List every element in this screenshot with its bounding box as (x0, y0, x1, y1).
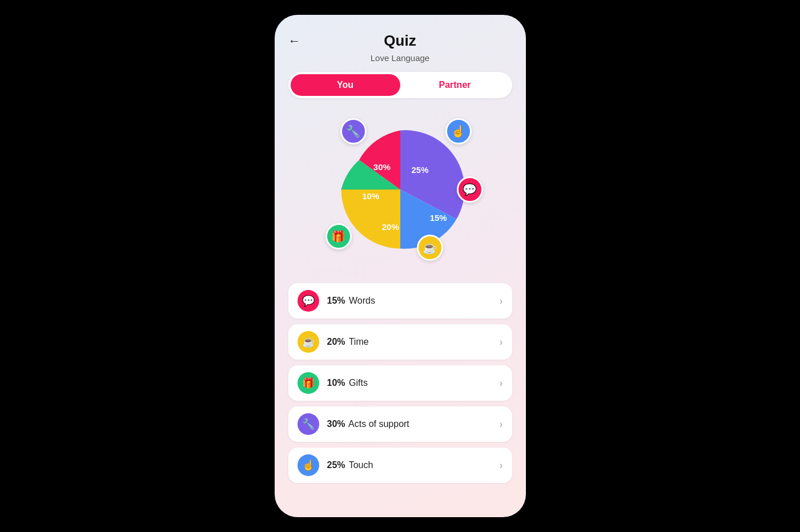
legend-item-gifts[interactable]: 🎁 10% Gifts › (288, 365, 512, 401)
phone-screen: ← Quiz Love Language You Partner (275, 15, 526, 517)
badge-gifts: 🎁 (325, 223, 352, 249)
legend-icon-words: 💬 (298, 290, 319, 312)
badge-words: 💬 (457, 176, 483, 203)
chart-area: 25% 15% 20% 10% 30% 🔧 ☝️ 💬 ☕ 🎁 (288, 110, 512, 269)
tab-partner[interactable]: Partner (400, 74, 510, 96)
legend-item-acts[interactable]: 🔧 30% Acts of support › (288, 406, 512, 442)
badge-acts: 🔧 (340, 118, 367, 144)
badge-touch: ☝️ (445, 118, 472, 144)
legend-label-time: 20% Time (327, 337, 500, 347)
chevron-time: › (500, 336, 503, 348)
badge-time: ☕ (417, 235, 443, 261)
tab-you[interactable]: You (291, 74, 400, 96)
label-words: 15% (429, 213, 447, 223)
legend-item-words[interactable]: 💬 15% Words › (288, 283, 512, 319)
page-title: Quiz (384, 32, 416, 50)
label-acts: 30% (373, 162, 390, 172)
label-gifts: 10% (362, 191, 379, 201)
chevron-words: › (500, 295, 503, 307)
legend-item-touch[interactable]: ☝️ 25% Touch › (288, 448, 512, 483)
legend-label-acts: 30% Acts of support (327, 419, 500, 429)
chevron-gifts: › (500, 377, 503, 389)
pie-chart: 25% 15% 20% 10% 30% 🔧 ☝️ 💬 ☕ 🎁 (335, 124, 466, 255)
legend-icon-touch: ☝️ (298, 454, 319, 476)
legend-icon-time: ☕ (298, 331, 319, 353)
chevron-touch: › (500, 460, 503, 471)
legend-item-time[interactable]: ☕ 20% Time › (288, 324, 512, 360)
legend-icon-acts: 🔧 (298, 413, 319, 435)
header: ← Quiz (288, 32, 512, 50)
legend-list: 💬 15% Words › ☕ 20% Time › 🎁 10% Gifts › (288, 283, 512, 483)
back-button[interactable]: ← (288, 34, 301, 49)
label-time: 20% (381, 222, 399, 232)
legend-label-words: 15% Words (327, 296, 500, 306)
legend-label-touch: 25% Touch (327, 460, 500, 470)
chevron-acts: › (500, 418, 503, 430)
label-touch: 25% (411, 165, 428, 175)
legend-label-gifts: 10% Gifts (327, 378, 500, 388)
tab-bar: You Partner (288, 72, 512, 98)
legend-icon-gifts: 🎁 (298, 372, 319, 394)
page-subtitle: Love Language (288, 53, 512, 63)
